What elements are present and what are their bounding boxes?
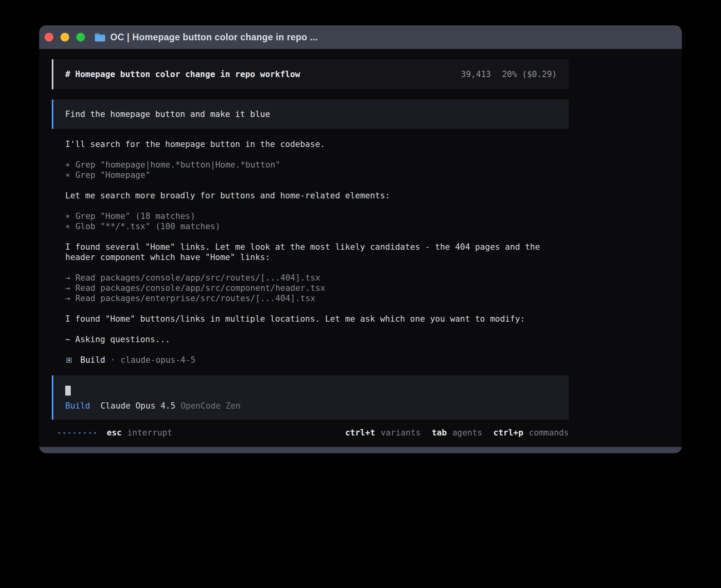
- tool-call-label: Read packages/console/app/src/routes/[..…: [75, 273, 321, 283]
- hint-label: interrupt: [127, 428, 172, 438]
- context-cost: 20% ($0.29): [502, 69, 557, 79]
- hint-interrupt: esc interrupt: [107, 428, 172, 438]
- hint-label: agents: [452, 428, 482, 438]
- prompt-input[interactable]: Build Claude Opus 4.5 OpenCode Zen: [52, 375, 569, 420]
- tool-call-grep: ∗Grep "homepage|home.*button|Home.*butto…: [65, 160, 569, 170]
- spinner-dot: [79, 432, 81, 434]
- model-selector-row: Build Claude Opus 4.5 OpenCode Zen: [65, 401, 557, 411]
- tool-call-glob: ∗Glob "**/*.tsx" (100 matches): [65, 221, 569, 232]
- assistant-text: I'll search for the homepage button in t…: [65, 139, 569, 149]
- terminal-body: # Homepage button color change in repo w…: [39, 49, 682, 447]
- hint-variants: ctrl+t variants: [345, 428, 421, 438]
- tool-status-icon: →: [65, 294, 70, 303]
- tool-status-icon: ∗: [65, 222, 70, 231]
- assistant-text: Let me search more broadly for buttons a…: [65, 190, 569, 201]
- current-agent-label: Build: [65, 401, 90, 411]
- spinner-dots: [58, 432, 96, 434]
- user-message-text: Find the homepage button and make it blu…: [65, 109, 270, 119]
- agent-square-icon: [66, 358, 72, 363]
- agent-name: Build: [80, 355, 105, 365]
- tool-call-label: Grep "Homepage": [75, 170, 151, 180]
- agent-model: claude-opus-4-5: [121, 355, 196, 365]
- close-button[interactable]: [45, 33, 53, 41]
- tool-call-label: Grep "Home" (18 matches): [75, 211, 195, 221]
- session-stats: 39,413 20% ($0.29): [461, 69, 557, 79]
- tool-status-icon: ∗: [65, 211, 70, 221]
- tool-call-group: →Read packages/console/app/src/routes/[.…: [65, 273, 569, 303]
- minimize-button[interactable]: [60, 33, 69, 41]
- tool-call-label: Read packages/enterprise/src/routes/[...…: [75, 294, 315, 303]
- window-titlebar[interactable]: OC | Homepage button color change in rep…: [39, 25, 682, 49]
- spinner-dot: [94, 432, 96, 434]
- tool-call-label: Grep "homepage|home.*button|Home.*button…: [75, 160, 280, 170]
- agent-separator: ·: [110, 355, 115, 365]
- hint-key: tab: [432, 428, 447, 438]
- prompt-cursor-row[interactable]: [65, 385, 557, 395]
- tool-call-read: →Read packages/console/app/src/component…: [65, 283, 569, 293]
- text-cursor: [65, 386, 71, 396]
- spinner-dot: [63, 432, 65, 434]
- session-title: # Homepage button color change in repo w…: [65, 69, 300, 79]
- tool-status-icon: ∗: [65, 170, 70, 180]
- token-count: 39,413: [461, 69, 491, 79]
- hint-label: commands: [529, 428, 569, 438]
- tool-call-label: Glob "**/*.tsx" (100 matches): [75, 222, 221, 231]
- session-header: # Homepage button color change in repo w…: [52, 59, 569, 89]
- spinner-dot: [58, 432, 60, 434]
- assistant-text-line: header component which have "Home" links…: [65, 252, 569, 262]
- tool-call-grep: ∗Grep "Home" (18 matches): [65, 211, 569, 221]
- tool-call-group: ∗Grep "homepage|home.*button|Home.*butto…: [65, 160, 569, 180]
- hint-key: esc: [107, 428, 122, 438]
- current-model-label: Claude Opus 4.5: [100, 401, 176, 411]
- tool-call-grep: ∗Grep "Homepage": [65, 170, 569, 180]
- tool-status-icon: →: [65, 273, 70, 283]
- tool-call-read: →Read packages/enterprise/src/routes/[..…: [65, 293, 569, 303]
- assistant-text: I found "Home" buttons/links in multiple…: [65, 314, 569, 324]
- tool-call-label: Read packages/console/app/src/component/…: [75, 283, 325, 293]
- hint-label: variants: [381, 428, 421, 438]
- terminal-window: OC | Homepage button color change in rep…: [39, 25, 682, 453]
- spinner-dot: [74, 432, 75, 434]
- hint-agents: tab agents: [432, 428, 482, 438]
- hint-commands: ctrl+p commands: [493, 428, 569, 438]
- hint-key: ctrl+p: [493, 428, 523, 438]
- tool-status-icon: →: [65, 283, 70, 293]
- spinner-dot: [84, 432, 86, 434]
- spinner-dot: [68, 432, 70, 434]
- zoom-button[interactable]: [76, 33, 85, 41]
- spinner-dot: [89, 432, 91, 434]
- tool-call-read: →Read packages/console/app/src/routes/[.…: [65, 273, 569, 283]
- window-title: OC | Homepage button color change in rep…: [110, 32, 318, 43]
- tool-call-group: ∗Grep "Home" (18 matches) ∗Glob "**/*.ts…: [65, 211, 569, 232]
- status-bar: esc interrupt ctrl+t variants tab agents…: [52, 428, 569, 438]
- agent-indicator: Build · claude-opus-4-5: [66, 355, 569, 365]
- assistant-text-line: I found several "Home" links. Let me loo…: [65, 242, 569, 252]
- working-status: ~ Asking questions...: [65, 334, 569, 345]
- hint-key: ctrl+t: [345, 428, 375, 438]
- tool-status-icon: ∗: [65, 160, 70, 170]
- user-message: Find the homepage button and make it blu…: [52, 100, 569, 129]
- keyboard-hints: ctrl+t variants tab agents ctrl+p comman…: [345, 428, 569, 438]
- folder-icon: [94, 33, 106, 41]
- traffic-lights: [45, 33, 85, 41]
- assistant-text: I found several "Home" links. Let me loo…: [65, 242, 569, 262]
- model-provider-label: OpenCode Zen: [181, 401, 241, 411]
